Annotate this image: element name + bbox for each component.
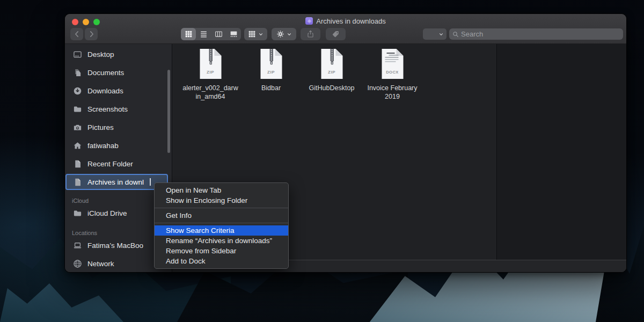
columns-icon (215, 30, 223, 38)
sidebar-item-desktop[interactable]: Desktop (65, 45, 172, 63)
chevron-down-icon (438, 32, 444, 37)
file-label: GitHubDesktop (309, 84, 355, 93)
file-type-badge: DOCX (380, 70, 405, 75)
icon-view-button[interactable] (181, 28, 196, 40)
file-type-badge: ZIP (259, 70, 284, 75)
sidebar-item-fatiwahab[interactable]: fatiwahab (65, 136, 172, 155)
action-menu-dropdown[interactable] (272, 28, 296, 40)
chevron-right-icon (87, 30, 96, 38)
globe-icon (72, 258, 83, 269)
window-header: Archives in downloads (65, 14, 626, 44)
grid-icon (248, 30, 256, 38)
title-row: Archives in downloads (65, 16, 626, 26)
gear-icon (276, 30, 284, 38)
menu-item-add-to-dock[interactable]: Add to Dock (155, 256, 288, 266)
sidebar-item-recent-folder[interactable]: Recent Folder (65, 155, 172, 173)
search-field (449, 28, 623, 40)
finder-window: Archives in downloads (64, 13, 627, 273)
file-item[interactable]: ZIP Bidbar (243, 48, 299, 101)
document-icon (72, 158, 83, 169)
document-icon (72, 177, 83, 187)
docx-file-icon: DOCX (380, 48, 405, 79)
sidebar-item-label: fatiwahab (87, 142, 119, 150)
file-type-badge: ZIP (198, 70, 223, 75)
content-right-pane (496, 44, 626, 260)
sidebar-item-label: Network (87, 260, 114, 268)
menu-separator (155, 223, 288, 223)
file-label: Invoice February 2019 (367, 84, 417, 101)
group-by-dropdown[interactable] (244, 28, 267, 40)
sidebar-item-label: Fatima’s MacBoo (87, 241, 143, 250)
sidebar-item-label: Archives in downl (87, 178, 144, 186)
file-label: Bidbar (261, 84, 281, 93)
forward-button[interactable] (85, 28, 98, 40)
toolbar-popup-button[interactable] (423, 28, 447, 40)
file-label-line: 2019 (367, 93, 417, 101)
sidebar-item-label: Pictures (87, 123, 114, 131)
menu-item-remove-from-sidebar[interactable]: Remove from Sidebar (155, 246, 288, 256)
gallery-view-button[interactable] (226, 28, 241, 40)
sidebar-item-pictures[interactable]: Pictures (65, 118, 172, 136)
file-label-line: GitHubDesktop (309, 84, 355, 93)
search-input[interactable] (461, 30, 620, 38)
sidebar-item-label: Downloads (87, 87, 123, 95)
sidebar-item-label: iCloud Drive (87, 209, 127, 217)
sidebar-item-label: Screenshots (87, 105, 128, 113)
chevron-down-icon (287, 32, 292, 37)
desktop-icon (72, 49, 83, 60)
window-title: Archives in downloads (316, 17, 385, 25)
tag-icon (332, 30, 340, 38)
zip-file-icon: ZIP (198, 48, 223, 79)
gallery-icon (230, 30, 238, 38)
file-type-badge: ZIP (319, 70, 345, 75)
text-cursor (150, 178, 151, 186)
zip-file-icon: ZIP (259, 48, 284, 79)
sidebar-item-downloads[interactable]: Downloads (65, 82, 172, 100)
sidebar-scrollbar[interactable] (167, 70, 170, 153)
search-icon (452, 31, 459, 38)
tag-button[interactable] (326, 28, 346, 40)
chevron-down-icon (258, 32, 264, 37)
smart-folder-icon (305, 17, 313, 25)
sidebar-item-label: Documents (87, 69, 124, 77)
file-label-line: Bidbar (261, 84, 281, 93)
downloads-icon (72, 85, 83, 96)
file-item[interactable]: ZIP GitHubDesktop (303, 48, 360, 101)
wallpaper-mountain-left-light (0, 274, 123, 322)
file-label-line: Invoice February (367, 84, 417, 93)
back-button[interactable] (70, 28, 83, 40)
sidebar-item-documents[interactable]: Documents (65, 63, 172, 82)
sidebar-item-screenshots[interactable]: Screenshots (65, 100, 172, 118)
camera-icon (72, 122, 83, 133)
menu-item-show-search-criteria[interactable]: Show Search Criteria (155, 225, 288, 236)
list-view-button[interactable] (196, 28, 211, 40)
zip-file-icon: ZIP (319, 48, 345, 79)
share-icon (306, 30, 314, 38)
menu-item-get-info[interactable]: Get Info (155, 210, 288, 221)
context-menu: Open in New Tab Show in Enclosing Folder… (154, 182, 289, 269)
view-mode-segmented-control (181, 28, 241, 40)
menu-item-show-in-enclosing-folder[interactable]: Show in Enclosing Folder (155, 195, 288, 206)
grid-icon (185, 30, 193, 38)
menu-item-rename[interactable]: Rename “Archives in downloads” (155, 236, 288, 246)
window-body: Desktop Documents Downloads Screenshots … (65, 44, 626, 273)
list-icon (200, 30, 208, 38)
file-grid: ZIP alerter_v002_darw in_amd64 ZIP (182, 48, 425, 101)
desktop-background: Archives in downloads (0, 0, 644, 322)
sidebar-item-label: Recent Folder (87, 160, 133, 168)
folder-icon (72, 104, 83, 114)
folder-icon (72, 208, 83, 218)
share-button[interactable] (301, 28, 320, 40)
menu-separator (155, 208, 288, 208)
chevron-left-icon (73, 30, 81, 38)
file-label-line: in_amd64 (182, 93, 238, 101)
sidebar-item-label: Desktop (87, 50, 114, 58)
column-view-button[interactable] (211, 28, 226, 40)
file-label: alerter_v002_darw in_amd64 (182, 84, 238, 101)
file-item[interactable]: ZIP alerter_v002_darw in_amd64 (182, 48, 239, 101)
laptop-icon (72, 240, 83, 251)
menu-item-open-in-new-tab[interactable]: Open in New Tab (155, 185, 288, 195)
documents-icon (72, 67, 83, 78)
sidebar-item-archives-in-downloads[interactable]: Archives in downl (65, 174, 168, 190)
file-item[interactable]: DOCX Invoice February 2019 (364, 48, 421, 101)
